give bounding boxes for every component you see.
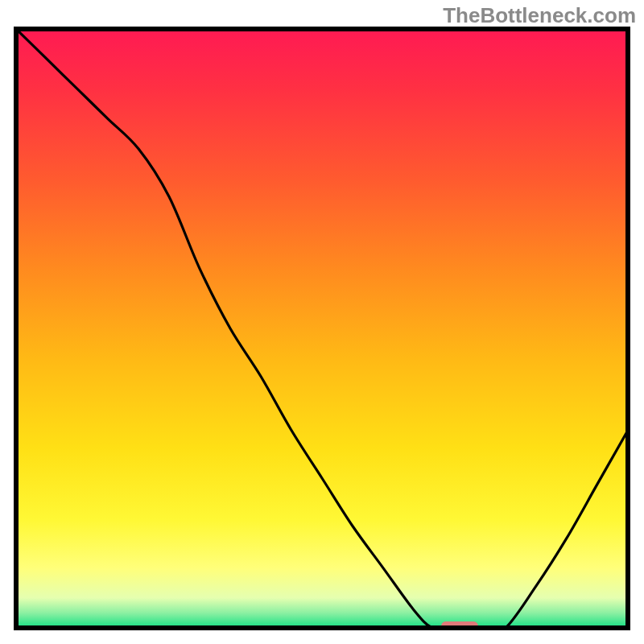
watermark-text: TheBottleneck.com bbox=[443, 3, 636, 28]
chart-svg bbox=[0, 0, 644, 644]
bottleneck-chart: TheBottleneck.com bbox=[0, 0, 644, 644]
plot-area bbox=[16, 29, 628, 631]
